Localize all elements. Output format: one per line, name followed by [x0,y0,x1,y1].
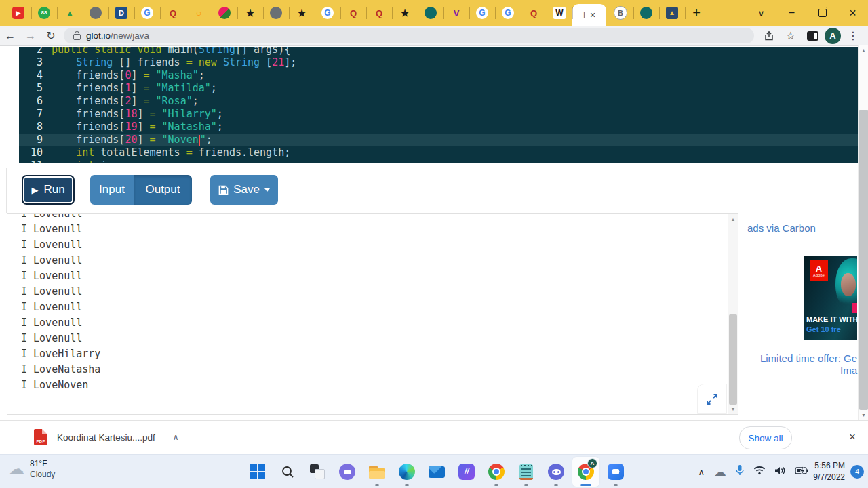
code-line-9[interactable]: 9 friends[20] = "Noven"; [19,134,858,146]
code-line-3[interactable]: 3 String [] friends = new String [21]; [19,56,858,69]
onedrive-icon[interactable]: ☁ [713,464,726,480]
running-indicator [524,484,528,486]
google-drive-tab[interactable]: ▲ [57,0,83,26]
line-number: 6 [19,95,52,108]
code-line-7[interactable]: 7 friends[18] = "Hilarry"; [19,108,858,121]
tab-search-chevron-icon[interactable]: ∨ [746,0,776,26]
ad-image[interactable]: A Adobe MAKE IT WITH Get 10 fre [804,256,857,340]
globe-tab[interactable] [263,0,289,26]
taskbar-zoom-icon[interactable] [602,457,629,487]
downloaded-file-chip[interactable]: PDF Koordinat Kartesiu....pdf ∧ [27,426,186,448]
scroll-up-arrow[interactable]: ▲ [859,45,868,56]
browser-menu-icon[interactable]: ⋮ [844,28,863,44]
taskbar-start-icon[interactable] [244,457,271,487]
taskbar-search-icon[interactable] [274,457,301,487]
battery-icon[interactable] [795,466,808,478]
code-line-10[interactable]: 10 int totalElements = friends.length; [19,146,858,159]
ad-caption-link[interactable]: Limited time offer: Ge Ima [746,352,857,377]
ring-site-tab[interactable]: ○ [186,0,212,26]
download-bar-close-icon[interactable]: × [842,427,863,447]
profile-avatar[interactable]: A [825,28,841,44]
teal-app-tab[interactable] [633,0,659,26]
output-panel[interactable]: I LovenullI LovenullI LovenullI Lovenull… [7,214,738,415]
output-tab-button[interactable]: Output [134,175,192,205]
taskbar-discord-icon[interactable] [542,457,570,487]
b-outline-tab[interactable]: B [608,0,633,26]
google-tab[interactable]: G [134,0,160,26]
photos-mountain-tab[interactable]: ▲ [659,0,685,26]
code-editor[interactable]: 2public static void main(String[] args){… [19,47,858,163]
globe-tab[interactable] [83,0,108,26]
code-line-8[interactable]: 8 friends[19] = "Natasha"; [19,121,858,134]
output-scroll-up-arrow[interactable]: ▲ [728,214,738,224]
taskbar-task-view-icon[interactable] [304,457,331,487]
output-scrollbar-thumb[interactable] [729,314,737,405]
taskbar-medal-icon[interactable]: // [453,457,480,487]
code-line-5[interactable]: 5 friends[1] = "Matilda"; [19,82,858,95]
window-close-button[interactable]: × [837,0,868,26]
wikipedia-tab[interactable]: W [547,0,572,26]
youtube-tab[interactable]: ▶ [5,0,31,26]
teal-app-tab[interactable] [418,0,443,26]
chat-group-tab[interactable]: 88 [31,0,57,26]
code-line-11[interactable]: 11 int i; [19,159,858,163]
google-tab[interactable]: G [495,0,521,26]
scroll-down-arrow[interactable]: ▼ [859,410,868,420]
bookmark-star-icon[interactable]: ☆ [781,28,800,44]
wifi-icon[interactable] [753,466,766,478]
bookmark-star-tab[interactable]: ★ [392,0,418,26]
google-tab[interactable]: G [315,0,340,26]
code-line-6[interactable]: 6 friends[2] = "Rosa"; [19,95,858,108]
code-text: friends[2] = "Rosa"; [52,95,858,108]
taskbar-chrome-profile-icon[interactable]: A [572,457,599,487]
speaker-icon[interactable] [774,466,786,479]
run-button[interactable]: ▶ Run [22,175,75,205]
weather-widget[interactable]: ☁ 81°F Cloudy [8,458,55,480]
butterfly-site-tab[interactable] [212,0,237,26]
bookmark-star-tab[interactable]: ★ [237,0,263,26]
expand-output-button[interactable] [697,384,727,414]
input-tab-button[interactable]: Input [90,175,134,205]
output-scroll-down-arrow[interactable]: ▼ [728,404,738,414]
show-all-button[interactable]: Show all [739,426,792,449]
address-bar[interactable]: glot.io/new/java [64,28,754,43]
quora-tab[interactable]: Q [521,0,547,26]
page-scrollbar[interactable]: ▲ ▼ [858,45,868,420]
quora-tab[interactable]: Q [366,0,392,26]
taskbar-edge-icon[interactable] [393,457,420,487]
tray-overflow-chevron-icon[interactable]: ∧ [698,467,705,477]
page-scrollbar-thumb[interactable] [859,110,868,410]
back-button[interactable]: ← [0,30,20,42]
taskbar-chrome-icon[interactable] [483,457,510,487]
violet-flower-tab[interactable]: V [443,0,469,26]
bookmark-star-tab[interactable]: ★ [289,0,315,26]
taskbar-video-chat-icon[interactable] [334,457,361,487]
taskbar-mail-icon[interactable] [423,457,450,487]
window-minimize-button[interactable]: − [776,0,807,26]
forward-button[interactable]: → [20,30,41,42]
page-url[interactable]: glot.io/new/java [86,30,149,41]
quora-tab[interactable]: Q [160,0,186,26]
tab-close-icon[interactable]: × [590,9,595,20]
notification-count-badge[interactable]: 4 [850,465,864,479]
taskbar-file-explorer-icon[interactable] [363,457,391,487]
share-icon[interactable] [760,28,778,44]
microphone-icon[interactable] [735,464,745,479]
save-button[interactable]: Save [210,175,278,205]
new-tab-button[interactable]: + [685,5,708,21]
ads-via-carbon-link[interactable]: ads via Carbon [747,222,816,234]
google-tab[interactable]: G [469,0,495,26]
taskbar-clock[interactable]: 5:56 PM 9/7/2022 [813,460,845,483]
side-panel-icon[interactable] [803,28,822,44]
reload-button[interactable]: ↻ [41,29,61,42]
code-line-2[interactable]: 2public static void main(String[] args){ [19,47,858,56]
download-caret-icon[interactable]: ∧ [173,432,179,442]
output-scrollbar[interactable]: ▲ ▼ [728,214,738,414]
lock-icon[interactable] [73,34,81,40]
window-restore-button[interactable] [807,0,837,26]
taskbar-notepad-icon[interactable] [513,457,540,487]
d-site-tab[interactable]: D [108,0,134,26]
active-tab[interactable]: I × [572,4,606,26]
code-line-4[interactable]: 4 friends[0] = "Masha"; [19,69,858,82]
quora-tab[interactable]: Q [340,0,366,26]
